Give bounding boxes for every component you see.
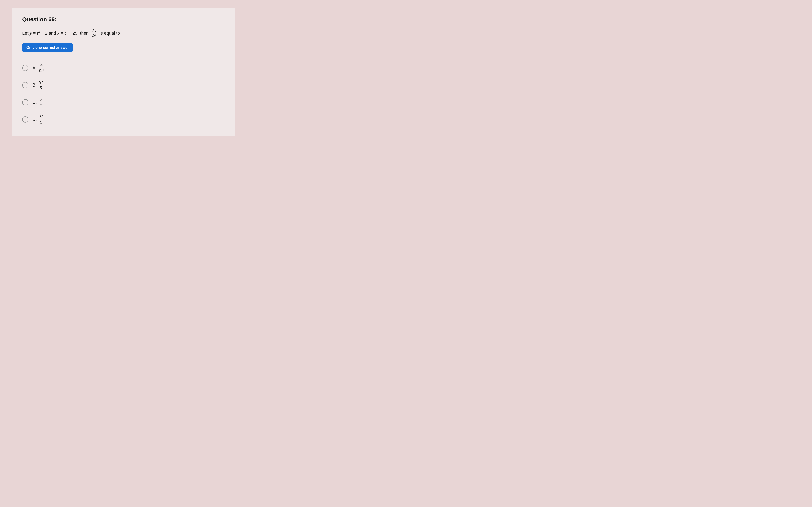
option-a-letter: A.	[32, 65, 37, 70]
derivative-fraction: d²y dx²	[92, 29, 97, 38]
option-a[interactable]: A. 4 9t²	[22, 63, 224, 73]
radio-d[interactable]	[22, 116, 28, 122]
x-exponent: 3	[66, 30, 67, 34]
option-b-denominator: 5	[39, 85, 43, 90]
option-b[interactable]: B. 9t 5	[22, 80, 224, 90]
answer-type-badge: Only one correct answer	[22, 44, 73, 52]
option-a-label: A. 4 9t²	[32, 63, 45, 73]
option-b-fraction: 9t 5	[39, 80, 43, 90]
option-d-numerator: 3t	[39, 114, 44, 119]
radio-c[interactable]	[22, 99, 28, 105]
option-b-numerator: 9t	[39, 80, 43, 85]
option-c-label: C. 5 t²	[32, 97, 43, 107]
option-d[interactable]: D. 3t 5	[22, 114, 224, 124]
question-text-2: is equal to	[100, 31, 120, 36]
option-c-numerator: 5	[39, 97, 43, 102]
radio-a[interactable]	[22, 65, 28, 71]
option-a-denominator: 9t²	[39, 68, 45, 73]
option-d-label: D. 3t 5	[32, 114, 44, 124]
y-exponent: 4	[38, 30, 40, 34]
option-a-fraction: 4 9t²	[39, 63, 45, 73]
option-c-letter: C.	[32, 100, 37, 105]
option-d-denominator: 5	[40, 119, 43, 124]
options-list: A. 4 9t² B. 9t 5 C. 5	[22, 63, 224, 124]
option-c-fraction: 5 t²	[39, 97, 43, 107]
option-d-letter: D.	[32, 117, 37, 122]
option-b-letter: B.	[32, 82, 37, 88]
option-c-denominator: t²	[39, 102, 43, 107]
derivative-denominator: dx²	[92, 33, 97, 38]
option-b-label: B. 9t 5	[32, 80, 43, 90]
question-text-1: Let y = t4 − 2 and x = t3 + 25, then	[22, 30, 89, 36]
main-container: Question 69: Let y = t4 − 2 and x = t3 +…	[12, 8, 235, 136]
derivative-numerator: d²y	[92, 29, 97, 33]
question-title: Question 69:	[22, 16, 224, 23]
option-a-numerator: 4	[40, 63, 43, 68]
radio-b[interactable]	[22, 82, 28, 88]
option-d-fraction: 3t 5	[39, 114, 44, 124]
question-body: Let y = t4 − 2 and x = t3 + 25, then d²y…	[22, 29, 224, 38]
option-c[interactable]: C. 5 t²	[22, 97, 224, 107]
